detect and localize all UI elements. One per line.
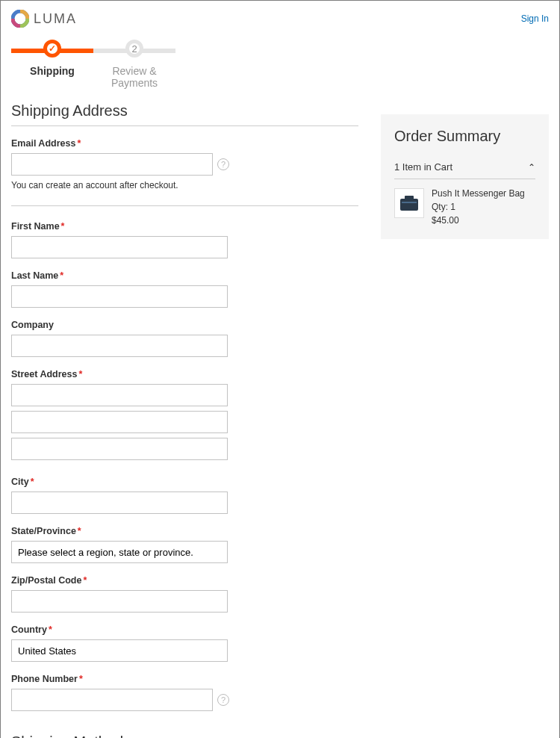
email-note: You can create an account after checkout… (11, 180, 358, 190)
street-field-1[interactable] (11, 384, 228, 406)
svg-rect-3 (402, 202, 417, 203)
luma-logo-icon (11, 10, 29, 28)
city-field[interactable] (11, 492, 228, 514)
zip-label: Zip/Postal Code* (11, 575, 358, 586)
step-shipping: ✓ Shipping (11, 40, 93, 89)
svg-rect-2 (405, 196, 414, 200)
help-icon[interactable]: ? (217, 158, 229, 170)
step-review-label: Review & Payments (93, 65, 175, 89)
state-label: State/Province* (11, 526, 358, 536)
check-icon: ✓ (49, 43, 56, 54)
email-label: Email Address* (11, 138, 358, 149)
state-select[interactable]: Please select a region, state or provinc… (11, 541, 228, 563)
zip-field[interactable] (11, 590, 228, 613)
order-summary-title: Order Summary (394, 128, 535, 145)
email-field[interactable] (11, 153, 213, 176)
product-qty: Qty: 1 (432, 202, 525, 212)
divider (11, 205, 358, 206)
cart-count-label: 1 Item in Cart (394, 161, 452, 173)
company-field[interactable] (11, 335, 228, 357)
help-icon[interactable]: ? (217, 694, 229, 706)
firstname-field[interactable] (11, 236, 228, 258)
checkout-progress: ✓ Shipping 2 Review & Payments (1, 32, 559, 102)
order-summary: Order Summary 1 Item in Cart ⌃ Push It M… (381, 114, 549, 239)
country-select[interactable]: United States (11, 639, 228, 662)
svg-rect-1 (400, 199, 418, 211)
step-review: 2 Review & Payments (93, 40, 175, 89)
phone-field[interactable] (11, 689, 213, 711)
chevron-up-icon: ⌃ (528, 162, 535, 173)
lastname-label: Last Name* (11, 270, 358, 281)
street-label: Street Address* (11, 369, 358, 379)
cart-item: Push It Messenger Bag Qty: 1 $45.00 (394, 179, 535, 226)
company-label: Company (11, 320, 358, 330)
shipping-address-title: Shipping Address (11, 102, 358, 126)
product-price: $45.00 (432, 215, 525, 226)
country-label: Country* (11, 624, 358, 635)
signin-link[interactable]: Sign In (521, 13, 549, 24)
street-field-3[interactable] (11, 438, 228, 460)
product-thumbnail (394, 188, 424, 218)
logo[interactable]: LUMA (11, 10, 77, 28)
city-label: City* (11, 477, 358, 487)
shipping-methods-title: Shipping Methods (11, 734, 358, 738)
brand-name: LUMA (34, 11, 77, 27)
cart-toggle[interactable]: 1 Item in Cart ⌃ (394, 155, 535, 179)
firstname-label: First Name* (11, 221, 358, 232)
lastname-field[interactable] (11, 285, 228, 308)
street-field-2[interactable] (11, 411, 228, 433)
product-name: Push It Messenger Bag (432, 188, 525, 199)
phone-label: Phone Number* (11, 674, 358, 684)
step-shipping-label: Shipping (11, 65, 93, 77)
